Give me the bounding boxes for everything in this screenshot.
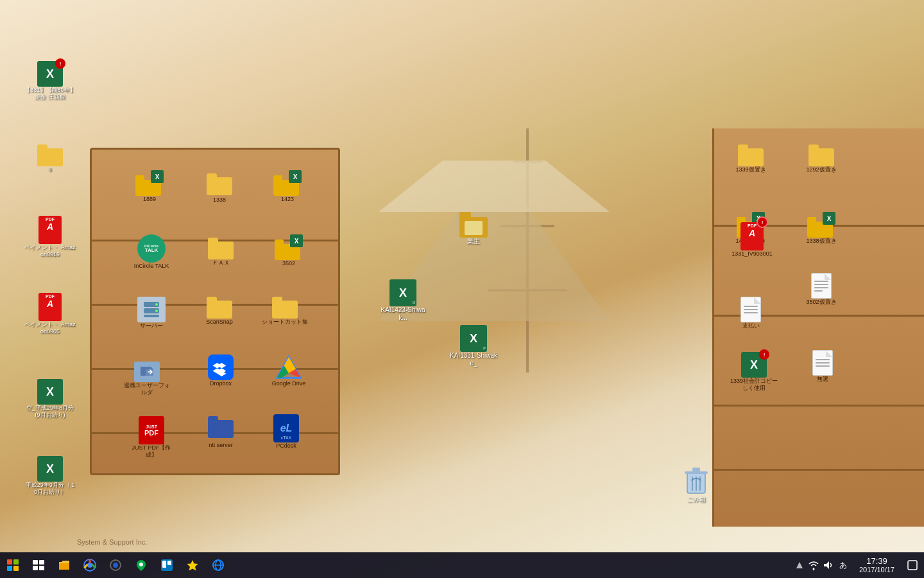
shelf-icon-ntt[interactable]: ntt server: [198, 416, 244, 449]
shelf-icon-justpdf[interactable]: JUST PDF JUST PDF【作成】: [128, 416, 175, 459]
ime-indicator[interactable]: あ: [836, 559, 850, 571]
task-view-button[interactable]: [26, 552, 51, 578]
shelf-icon-etax[interactable]: eL cTAX PCdesk: [263, 414, 309, 450]
shelf-shortcut-label: ショートカット集: [262, 319, 308, 326]
sidebar-icon-excel1-label: 【331】【前80年】規金 庄新農: [24, 87, 76, 101]
server-icon: [137, 297, 166, 322]
recycle-bin-icon: [685, 468, 708, 496]
rp-icon-musou[interactable]: 無選: [797, 350, 848, 383]
folder-1292: [809, 144, 834, 166]
desk-folder-icon: [459, 212, 488, 238]
shelf-icon-dropbox[interactable]: Dropbox: [198, 355, 244, 387]
svg-point-4: [155, 310, 158, 312]
rp-icon-1339kaikei[interactable]: X ! 1339社会計コピーしく使用: [728, 352, 780, 392]
desk-icon-kai1331[interactable]: X a KAI1331-Shiwake_: [449, 325, 498, 367]
shelf-icon-3502[interactable]: X 3502: [266, 234, 312, 267]
sidebar-icon-pdf1[interactable]: PDF A ペイメント・ Amazon0919: [24, 212, 76, 258]
trello-icon: [160, 559, 173, 572]
chrome-icon: [83, 559, 96, 572]
rp-1339kaikei-label: 1339社会計コピーしく使用: [728, 378, 780, 392]
sidebar-icon-folder1[interactable]: 9: [24, 144, 76, 173]
file-explorer-button[interactable]: [51, 552, 77, 578]
ie-button[interactable]: [205, 552, 231, 578]
chrome-button[interactable]: [77, 552, 103, 578]
folder-icon: [37, 144, 63, 166]
rp-icon-1338[interactable]: X 1338仮置き: [796, 212, 847, 245]
rp-musou-label: 無選: [817, 376, 828, 383]
folder-excel-rp1338: X: [807, 212, 835, 238]
desk-icon-kai1423[interactable]: X a KAI1423-Shiwak...: [379, 279, 427, 322]
start-button[interactable]: [0, 552, 26, 578]
cortana-button[interactable]: [103, 552, 128, 578]
rp-icon-1339[interactable]: 1339仮置き: [725, 144, 776, 173]
gdrive-icon: [276, 355, 302, 380]
folder-scansnap: [207, 297, 232, 319]
txt-shiharai-icon: [740, 297, 761, 322]
notification-icon: [907, 559, 918, 571]
move-folder-icon: [133, 356, 161, 382]
rp-icon-3502[interactable]: 3502仮置き: [796, 273, 847, 306]
rp-icon-1292[interactable]: 1292仮置き: [796, 144, 847, 173]
recycle-bin-label: ごみ箱: [687, 496, 706, 504]
folder-1339: [738, 144, 764, 166]
rp-3502-label: 3502仮置き: [806, 299, 836, 306]
pdf-1331-icon: PDF A !: [738, 218, 766, 250]
trello-button[interactable]: [154, 552, 180, 578]
systray: あ: [791, 559, 853, 571]
shelf-server-label: サーバー: [140, 322, 163, 329]
maps-button[interactable]: [128, 552, 154, 578]
cortana-icon: [109, 559, 122, 572]
volume-tray-icon: [823, 560, 833, 570]
desk-icon-gyoshu[interactable]: 業主: [449, 212, 498, 245]
volume-icon[interactable]: [822, 559, 834, 571]
shelf-justpdf-label: JUST PDF【作成】: [128, 444, 175, 459]
rp-icon-pdf1331[interactable]: PDF A ! 1331_IV903001: [726, 218, 778, 258]
sidebar-icon-excel3-label: 平成29年9月分（ 10月お給り）: [24, 482, 76, 496]
folder-excel-1423: X: [273, 170, 302, 196]
svg-rect-5: [141, 367, 146, 376]
svg-point-26: [139, 563, 143, 566]
shelf-scansnap-label: ScanSnap: [206, 319, 233, 326]
shelf-icon-incircle[interactable]: InCircle TALK InCircle TALK: [128, 234, 175, 270]
systray-expand-button[interactable]: [794, 559, 805, 571]
shelf-icon-1423[interactable]: X 1423: [264, 170, 311, 203]
rp-icon-shiharai[interactable]: 支払い: [725, 297, 776, 329]
sidebar-icon-pdf1-label: ペイメント・ Amazon0919: [24, 244, 76, 258]
shelf-icon-move[interactable]: 退職ユーザーフォルダ: [124, 356, 170, 396]
svg-rect-6: [146, 369, 153, 376]
sidebar-icon-excel3[interactable]: X 平成29年9月分（ 10月お給り）: [24, 456, 76, 496]
favorites-button[interactable]: [180, 552, 205, 578]
shelf-icon-scansnap[interactable]: ScanSnap: [196, 297, 243, 326]
sidebar-icon-pdf2[interactable]: PDF A ペイメント・ Amazon0905: [24, 289, 76, 335]
shelf-incircle-label: InCircle TALK: [134, 263, 169, 270]
clock-date: 2017/10/17: [859, 566, 894, 574]
network-icon[interactable]: [808, 559, 819, 571]
shelf-icon-1338[interactable]: 1338: [196, 173, 243, 204]
dropbox-icon: [208, 355, 234, 380]
svg-marker-34: [796, 562, 803, 568]
notification-button[interactable]: [901, 552, 924, 578]
shelf-icon-1889[interactable]: X 1889: [126, 170, 173, 203]
svg-rect-21: [39, 566, 44, 570]
shelf-etax-label: PCdesk: [276, 442, 296, 450]
svg-rect-18: [33, 560, 38, 565]
svg-marker-30: [187, 560, 198, 571]
desk-gyoshu-label: 業主: [467, 238, 480, 245]
shelf-icon-fax[interactable]: ＦＡＸ: [198, 238, 244, 267]
sidebar-icon-excel2[interactable]: X 空_平成29年8月分 (9月お給り): [24, 379, 76, 419]
rp-1339-label: 1339仮置き: [735, 166, 766, 173]
windows-logo-icon: [7, 559, 19, 571]
recycle-bin[interactable]: ごみ箱: [672, 468, 721, 504]
rp-shiharai-label: 支払い: [742, 322, 760, 329]
shelf-icon-gdrive[interactable]: Google Drive: [266, 355, 312, 387]
shelf-icon-shortcut[interactable]: ショートカット集: [262, 297, 308, 326]
folder-excel-3502: X: [275, 234, 303, 260]
svg-rect-28: [162, 561, 166, 568]
sidebar-icon-excel1[interactable]: X ! 【331】【前80年】規金 庄新農: [24, 61, 76, 101]
taskbar-right: あ 17:39 2017/10/17: [791, 552, 924, 578]
etax-icon: eL cTAX: [273, 414, 299, 442]
shelf-icon-server[interactable]: サーバー: [128, 297, 175, 329]
taskbar-clock[interactable]: 17:39 2017/10/17: [853, 556, 901, 575]
shelf-fax-label: ＦＡＸ: [212, 259, 230, 267]
file-explorer-icon: [58, 559, 71, 571]
